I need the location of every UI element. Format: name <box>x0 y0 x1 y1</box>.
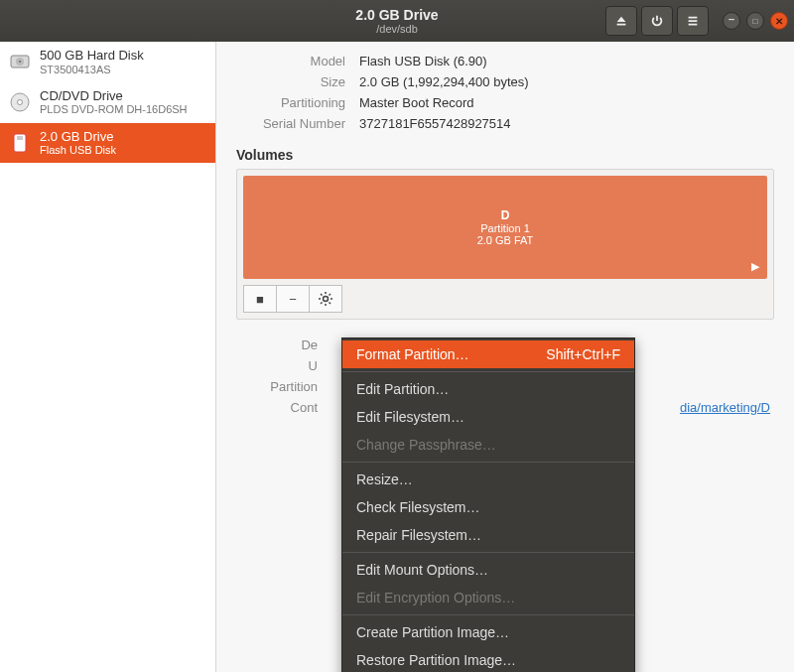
menu-item-label: Edit Mount Options… <box>356 562 488 578</box>
menu-item-label: Edit Encryption Options… <box>356 590 515 605</box>
menu-change-passphrase: Change Passphrase… <box>342 431 634 459</box>
partition-name: D <box>501 208 510 222</box>
sidebar-item-cddvd[interactable]: CD/DVD Drive PLDS DVD-ROM DH-16D6SH <box>0 82 215 123</box>
partition-context-menu: Format Partition… Shift+Ctrl+F Edit Part… <box>341 337 635 672</box>
menu-resize[interactable]: Resize… <box>342 466 634 493</box>
close-button[interactable]: ✕ <box>770 12 788 30</box>
menu-item-label: Change Passphrase… <box>356 437 496 453</box>
sidebar-item-sublabel: PLDS DVD-ROM DH-16D6SH <box>40 103 188 116</box>
play-icon: ▶ <box>751 260 759 273</box>
stop-button[interactable]: ■ <box>243 285 277 313</box>
titlebar: 2.0 GB Drive /dev/sdb – □ ✕ <box>0 0 794 42</box>
gear-button[interactable] <box>309 285 342 313</box>
menu-create-partition-image[interactable]: Create Partition Image… <box>342 618 634 646</box>
minimize-icon: – <box>728 13 734 25</box>
sidebar-item-label: CD/DVD Drive <box>40 88 188 104</box>
gear-icon <box>318 291 333 307</box>
model-label: Model <box>236 54 345 68</box>
svg-line-13 <box>330 303 331 305</box>
menu-item-label: Edit Partition… <box>356 381 449 397</box>
partition-block[interactable]: D Partition 1 2.0 GB FAT ▶ <box>243 176 767 279</box>
menu-item-label: Create Partition Image… <box>356 624 509 640</box>
svg-line-15 <box>330 294 331 296</box>
menu-edit-encryption-options: Edit Encryption Options… <box>342 584 634 611</box>
sidebar-item-hdd[interactable]: 500 GB Hard Disk ST3500413AS <box>0 42 215 82</box>
contents-label-partial: Cont <box>236 400 318 415</box>
minimize-button[interactable]: – <box>723 12 740 30</box>
remove-button[interactable]: − <box>276 285 310 313</box>
power-button[interactable] <box>641 6 673 36</box>
menu-item-accel: Shift+Ctrl+F <box>546 346 620 362</box>
partition-index: Partition 1 <box>480 222 530 234</box>
size-label: Size <box>236 74 345 89</box>
uuid-label-partial: U <box>236 358 318 373</box>
menu-item-label: Edit Filesystem… <box>356 409 464 425</box>
stop-icon: ■ <box>256 292 264 307</box>
hdd-icon <box>8 50 32 73</box>
sidebar-item-sublabel: ST3500413AS <box>40 64 144 76</box>
volumes-heading: Volumes <box>236 147 774 163</box>
contents-link[interactable]: dia/marketing/D <box>680 400 770 415</box>
partition-type-label-partial: Partition <box>236 379 318 394</box>
menu-check-filesystem[interactable]: Check Filesystem… <box>342 493 634 521</box>
hamburger-icon <box>686 14 700 28</box>
svg-point-4 <box>18 100 23 105</box>
menu-edit-filesystem[interactable]: Edit Filesystem… <box>342 403 634 431</box>
svg-point-2 <box>19 61 21 63</box>
menu-item-label: Resize… <box>356 471 413 487</box>
svg-line-12 <box>321 294 323 296</box>
maximize-button[interactable]: □ <box>746 12 764 30</box>
menu-item-label: Check Filesystem… <box>356 499 479 515</box>
partition-size: 2.0 GB FAT <box>477 234 534 246</box>
partitioning-label: Partitioning <box>236 95 345 110</box>
power-icon <box>650 14 664 28</box>
svg-line-14 <box>321 303 323 305</box>
menu-format-partition[interactable]: Format Partition… Shift+Ctrl+F <box>342 340 634 368</box>
size-value: 2.0 GB (1,992,294,400 bytes) <box>359 74 774 89</box>
menu-item-label: Restore Partition Image… <box>356 652 516 668</box>
volumes-box: D Partition 1 2.0 GB FAT ▶ ■ − <box>236 169 774 320</box>
sidebar-item-sublabel: Flash USB Disk <box>40 144 116 157</box>
usb-icon <box>8 131 32 155</box>
menu-repair-filesystem[interactable]: Repair Filesystem… <box>342 521 634 549</box>
menu-button[interactable] <box>677 6 709 36</box>
maximize-icon: □ <box>753 17 758 26</box>
menu-item-label: Format Partition… <box>356 346 469 362</box>
sidebar-item-label: 2.0 GB Drive <box>40 129 116 145</box>
serial-label: Serial Number <box>236 116 345 131</box>
svg-point-7 <box>324 297 329 302</box>
menu-edit-partition[interactable]: Edit Partition… <box>342 375 634 403</box>
menu-restore-partition-image[interactable]: Restore Partition Image… <box>342 646 634 672</box>
eject-icon <box>614 14 628 28</box>
sidebar: 500 GB Hard Disk ST3500413AS CD/DVD Driv… <box>0 42 216 672</box>
menu-separator <box>342 552 634 553</box>
menu-item-label: Repair Filesystem… <box>356 527 481 543</box>
minus-icon: − <box>289 292 297 307</box>
device-label-partial: De <box>236 337 318 352</box>
sidebar-item-label: 500 GB Hard Disk <box>40 48 144 64</box>
partitioning-value: Master Boot Record <box>359 95 774 110</box>
disc-icon <box>8 90 32 114</box>
menu-separator <box>342 371 634 372</box>
menu-edit-mount-options[interactable]: Edit Mount Options… <box>342 556 634 584</box>
model-value: Flash USB Disk (6.90) <box>359 54 774 68</box>
svg-rect-6 <box>17 136 23 140</box>
sidebar-item-usb[interactable]: 2.0 GB Drive Flash USB Disk <box>0 123 215 164</box>
menu-separator <box>342 614 634 615</box>
serial-value: 3727181F6557428927514 <box>359 116 774 131</box>
close-icon: ✕ <box>775 16 783 27</box>
menu-separator <box>342 462 634 463</box>
eject-button[interactable] <box>605 6 637 36</box>
